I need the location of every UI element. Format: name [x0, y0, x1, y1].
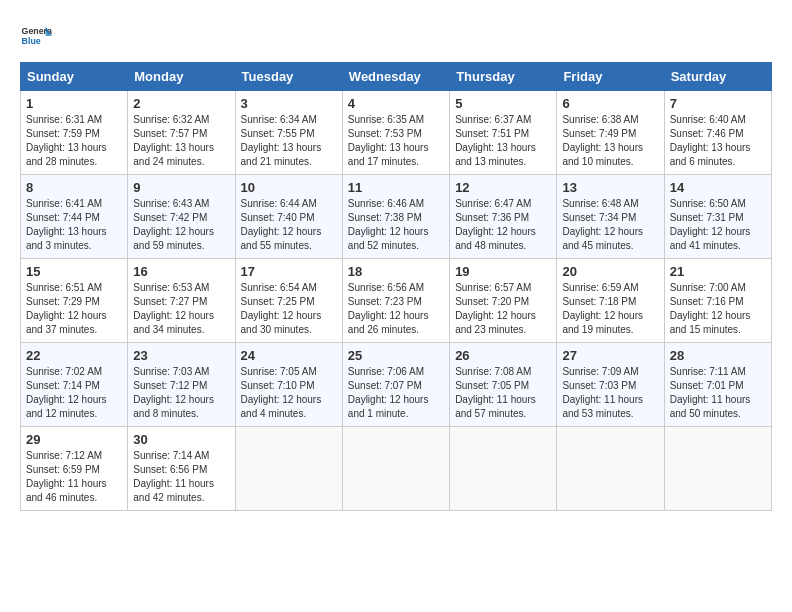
calendar-cell: 30Sunrise: 7:14 AMSunset: 6:56 PMDayligh…	[128, 427, 235, 511]
calendar-table: SundayMondayTuesdayWednesdayThursdayFrid…	[20, 62, 772, 511]
day-number: 9	[133, 180, 229, 195]
page-header: General Blue	[20, 20, 772, 52]
day-info: Sunrise: 6:40 AMSunset: 7:46 PMDaylight:…	[670, 113, 766, 169]
calendar-cell: 20Sunrise: 6:59 AMSunset: 7:18 PMDayligh…	[557, 259, 664, 343]
day-number: 16	[133, 264, 229, 279]
calendar-cell: 23Sunrise: 7:03 AMSunset: 7:12 PMDayligh…	[128, 343, 235, 427]
day-info: Sunrise: 7:09 AMSunset: 7:03 PMDaylight:…	[562, 365, 658, 421]
calendar-cell: 22Sunrise: 7:02 AMSunset: 7:14 PMDayligh…	[21, 343, 128, 427]
calendar-cell: 5Sunrise: 6:37 AMSunset: 7:51 PMDaylight…	[450, 91, 557, 175]
calendar-cell: 26Sunrise: 7:08 AMSunset: 7:05 PMDayligh…	[450, 343, 557, 427]
calendar-cell: 19Sunrise: 6:57 AMSunset: 7:20 PMDayligh…	[450, 259, 557, 343]
day-info: Sunrise: 6:31 AMSunset: 7:59 PMDaylight:…	[26, 113, 122, 169]
calendar-cell: 1Sunrise: 6:31 AMSunset: 7:59 PMDaylight…	[21, 91, 128, 175]
logo: General Blue	[20, 20, 52, 52]
day-number: 12	[455, 180, 551, 195]
day-number: 10	[241, 180, 337, 195]
calendar-cell: 15Sunrise: 6:51 AMSunset: 7:29 PMDayligh…	[21, 259, 128, 343]
col-header-tuesday: Tuesday	[235, 63, 342, 91]
calendar-cell: 14Sunrise: 6:50 AMSunset: 7:31 PMDayligh…	[664, 175, 771, 259]
col-header-wednesday: Wednesday	[342, 63, 449, 91]
calendar-cell	[664, 427, 771, 511]
day-info: Sunrise: 6:53 AMSunset: 7:27 PMDaylight:…	[133, 281, 229, 337]
calendar-cell: 16Sunrise: 6:53 AMSunset: 7:27 PMDayligh…	[128, 259, 235, 343]
day-info: Sunrise: 6:37 AMSunset: 7:51 PMDaylight:…	[455, 113, 551, 169]
day-number: 22	[26, 348, 122, 363]
day-number: 18	[348, 264, 444, 279]
calendar-cell: 27Sunrise: 7:09 AMSunset: 7:03 PMDayligh…	[557, 343, 664, 427]
col-header-friday: Friday	[557, 63, 664, 91]
day-info: Sunrise: 6:32 AMSunset: 7:57 PMDaylight:…	[133, 113, 229, 169]
svg-text:Blue: Blue	[22, 36, 41, 46]
day-info: Sunrise: 7:08 AMSunset: 7:05 PMDaylight:…	[455, 365, 551, 421]
day-info: Sunrise: 6:56 AMSunset: 7:23 PMDaylight:…	[348, 281, 444, 337]
day-info: Sunrise: 7:11 AMSunset: 7:01 PMDaylight:…	[670, 365, 766, 421]
day-info: Sunrise: 7:03 AMSunset: 7:12 PMDaylight:…	[133, 365, 229, 421]
day-info: Sunrise: 7:02 AMSunset: 7:14 PMDaylight:…	[26, 365, 122, 421]
day-info: Sunrise: 6:47 AMSunset: 7:36 PMDaylight:…	[455, 197, 551, 253]
col-header-sunday: Sunday	[21, 63, 128, 91]
day-number: 20	[562, 264, 658, 279]
day-number: 21	[670, 264, 766, 279]
day-info: Sunrise: 7:05 AMSunset: 7:10 PMDaylight:…	[241, 365, 337, 421]
day-info: Sunrise: 6:41 AMSunset: 7:44 PMDaylight:…	[26, 197, 122, 253]
day-number: 3	[241, 96, 337, 111]
calendar-cell: 21Sunrise: 7:00 AMSunset: 7:16 PMDayligh…	[664, 259, 771, 343]
day-info: Sunrise: 6:50 AMSunset: 7:31 PMDaylight:…	[670, 197, 766, 253]
day-number: 7	[670, 96, 766, 111]
day-number: 19	[455, 264, 551, 279]
day-info: Sunrise: 7:14 AMSunset: 6:56 PMDaylight:…	[133, 449, 229, 505]
day-info: Sunrise: 7:12 AMSunset: 6:59 PMDaylight:…	[26, 449, 122, 505]
day-number: 26	[455, 348, 551, 363]
day-number: 15	[26, 264, 122, 279]
calendar-cell: 10Sunrise: 6:44 AMSunset: 7:40 PMDayligh…	[235, 175, 342, 259]
calendar-cell: 7Sunrise: 6:40 AMSunset: 7:46 PMDaylight…	[664, 91, 771, 175]
day-number: 4	[348, 96, 444, 111]
calendar-cell: 28Sunrise: 7:11 AMSunset: 7:01 PMDayligh…	[664, 343, 771, 427]
day-info: Sunrise: 6:51 AMSunset: 7:29 PMDaylight:…	[26, 281, 122, 337]
day-info: Sunrise: 7:06 AMSunset: 7:07 PMDaylight:…	[348, 365, 444, 421]
calendar-cell: 24Sunrise: 7:05 AMSunset: 7:10 PMDayligh…	[235, 343, 342, 427]
day-info: Sunrise: 6:38 AMSunset: 7:49 PMDaylight:…	[562, 113, 658, 169]
day-number: 27	[562, 348, 658, 363]
calendar-cell	[235, 427, 342, 511]
day-info: Sunrise: 6:35 AMSunset: 7:53 PMDaylight:…	[348, 113, 444, 169]
calendar-cell: 11Sunrise: 6:46 AMSunset: 7:38 PMDayligh…	[342, 175, 449, 259]
day-info: Sunrise: 6:59 AMSunset: 7:18 PMDaylight:…	[562, 281, 658, 337]
day-info: Sunrise: 6:43 AMSunset: 7:42 PMDaylight:…	[133, 197, 229, 253]
calendar-cell: 4Sunrise: 6:35 AMSunset: 7:53 PMDaylight…	[342, 91, 449, 175]
calendar-cell: 8Sunrise: 6:41 AMSunset: 7:44 PMDaylight…	[21, 175, 128, 259]
day-number: 29	[26, 432, 122, 447]
day-number: 13	[562, 180, 658, 195]
calendar-cell: 9Sunrise: 6:43 AMSunset: 7:42 PMDaylight…	[128, 175, 235, 259]
col-header-thursday: Thursday	[450, 63, 557, 91]
day-info: Sunrise: 6:44 AMSunset: 7:40 PMDaylight:…	[241, 197, 337, 253]
day-number: 30	[133, 432, 229, 447]
day-info: Sunrise: 6:48 AMSunset: 7:34 PMDaylight:…	[562, 197, 658, 253]
day-number: 2	[133, 96, 229, 111]
col-header-monday: Monday	[128, 63, 235, 91]
day-info: Sunrise: 6:34 AMSunset: 7:55 PMDaylight:…	[241, 113, 337, 169]
day-number: 1	[26, 96, 122, 111]
day-number: 17	[241, 264, 337, 279]
day-number: 24	[241, 348, 337, 363]
day-number: 28	[670, 348, 766, 363]
calendar-cell	[450, 427, 557, 511]
col-header-saturday: Saturday	[664, 63, 771, 91]
calendar-cell: 25Sunrise: 7:06 AMSunset: 7:07 PMDayligh…	[342, 343, 449, 427]
calendar-cell: 6Sunrise: 6:38 AMSunset: 7:49 PMDaylight…	[557, 91, 664, 175]
calendar-cell: 3Sunrise: 6:34 AMSunset: 7:55 PMDaylight…	[235, 91, 342, 175]
day-number: 25	[348, 348, 444, 363]
day-info: Sunrise: 6:57 AMSunset: 7:20 PMDaylight:…	[455, 281, 551, 337]
day-info: Sunrise: 6:46 AMSunset: 7:38 PMDaylight:…	[348, 197, 444, 253]
logo-icon: General Blue	[20, 20, 52, 52]
day-number: 6	[562, 96, 658, 111]
calendar-cell: 12Sunrise: 6:47 AMSunset: 7:36 PMDayligh…	[450, 175, 557, 259]
day-number: 5	[455, 96, 551, 111]
day-number: 23	[133, 348, 229, 363]
calendar-cell: 29Sunrise: 7:12 AMSunset: 6:59 PMDayligh…	[21, 427, 128, 511]
calendar-cell	[342, 427, 449, 511]
day-number: 8	[26, 180, 122, 195]
calendar-cell: 17Sunrise: 6:54 AMSunset: 7:25 PMDayligh…	[235, 259, 342, 343]
day-info: Sunrise: 6:54 AMSunset: 7:25 PMDaylight:…	[241, 281, 337, 337]
